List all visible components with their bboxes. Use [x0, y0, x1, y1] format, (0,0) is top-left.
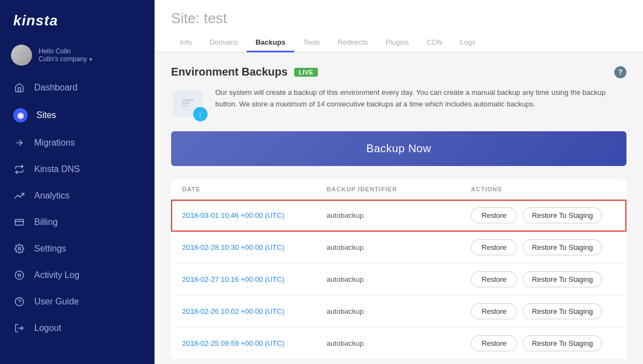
- logo-text: kinsta: [13, 12, 141, 29]
- header-identifier: BACKUP IDENTIFIER: [327, 186, 471, 192]
- svg-point-3: [18, 248, 21, 250]
- backup-icon-container: ↓: [171, 87, 204, 120]
- migrations-icon: [13, 137, 25, 149]
- sidebar-item-label: Analytics: [34, 191, 70, 201]
- backup-date: 2018-02-25 09:59 +00:00 (UTC): [182, 339, 327, 347]
- restore-to-staging-button[interactable]: Restore To Staging: [523, 207, 602, 223]
- sidebar-item-migrations[interactable]: Migrations: [0, 130, 155, 156]
- restore-to-staging-button[interactable]: Restore To Staging: [523, 271, 602, 287]
- sidebar-item-dashboard[interactable]: Dashboard: [0, 74, 155, 101]
- user-section: Hello Colin Colin's company ▾: [0, 39, 155, 74]
- tab-domains[interactable]: Domains: [201, 34, 247, 52]
- user-hello: Hello Colin: [39, 47, 144, 55]
- tab-plugins[interactable]: Plugins: [376, 34, 418, 52]
- backup-date: 2018-03-01 10:46 +00:00 (UTC): [182, 211, 327, 220]
- info-text: Our system will create a backup of this …: [215, 87, 626, 110]
- svg-rect-11: [182, 103, 190, 104]
- svg-point-4: [15, 271, 24, 280]
- billing-icon: [13, 216, 25, 228]
- user-guide-icon: [13, 296, 25, 308]
- sidebar-item-analytics[interactable]: Analytics: [0, 183, 155, 209]
- info-box: ↓ Our system will create a backup of thi…: [171, 87, 626, 120]
- tab-redirects[interactable]: Redirects: [329, 34, 377, 52]
- restore-to-staging-button[interactable]: Restore To Staging: [523, 303, 602, 319]
- main-content: Site: test Info Domains Backups Tools Re…: [155, 0, 643, 364]
- table-row: 2018-02-28 10:30 +00:00 (UTC) autobackup…: [171, 232, 626, 264]
- sidebar-item-label: Billing: [34, 217, 58, 227]
- sidebar-item-label: Settings: [34, 244, 66, 254]
- actions-cell: Restore Restore To Staging: [471, 303, 615, 319]
- restore-button[interactable]: Restore: [471, 303, 517, 319]
- settings-icon: [13, 243, 25, 255]
- tab-info[interactable]: Info: [171, 34, 201, 52]
- sidebar: kinsta Hello Colin Colin's company ▾ Das…: [0, 0, 155, 364]
- restore-button[interactable]: Restore: [471, 207, 517, 223]
- backup-now-button[interactable]: Backup Now: [171, 131, 626, 166]
- table-row: 2018-02-26 10:02 +00:00 (UTC) autobackup…: [171, 296, 626, 328]
- restore-to-staging-button[interactable]: Restore To Staging: [523, 335, 602, 351]
- section-header: Environment Backups LIVE ?: [171, 66, 626, 78]
- user-info: Hello Colin Colin's company ▾: [39, 47, 144, 63]
- actions-cell: Restore Restore To Staging: [471, 239, 615, 255]
- backup-identifier: autobackup: [327, 243, 471, 251]
- actions-cell: Restore Restore To Staging: [471, 271, 615, 287]
- table-header: DATE BACKUP IDENTIFIER ACTIONS: [171, 179, 626, 200]
- home-icon: [13, 82, 25, 94]
- download-arrow-icon: ↓: [193, 107, 208, 121]
- sidebar-item-label: Activity Log: [34, 270, 79, 280]
- actions-cell: Restore Restore To Staging: [471, 335, 615, 351]
- dns-icon: [13, 163, 25, 175]
- main-nav: Dashboard ◉ Sites Migrations Kinsta DNS …: [0, 74, 155, 364]
- page-header: Site: test Info Domains Backups Tools Re…: [155, 0, 643, 52]
- logo: kinsta: [0, 0, 155, 39]
- sidebar-item-label: Migrations: [34, 138, 75, 148]
- chevron-down-icon: ▾: [89, 56, 92, 62]
- tab-tools[interactable]: Tools: [294, 34, 328, 52]
- sidebar-item-activity-log[interactable]: Activity Log: [0, 262, 155, 288]
- sidebar-item-label: Kinsta DNS: [34, 164, 80, 174]
- backups-table: DATE BACKUP IDENTIFIER ACTIONS 2018-03-0…: [171, 179, 626, 359]
- backup-identifier: autobackup: [327, 211, 471, 220]
- tab-logs[interactable]: Logs: [451, 34, 484, 52]
- tab-cdn[interactable]: CDN: [418, 34, 451, 52]
- backup-date: 2018-02-27 10:16 +00:00 (UTC): [182, 275, 327, 283]
- sidebar-item-kinsta-dns[interactable]: Kinsta DNS: [0, 156, 155, 183]
- backup-identifier: autobackup: [327, 275, 471, 283]
- table-row: 2018-02-27 10:16 +00:00 (UTC) autobackup…: [171, 264, 626, 296]
- restore-button[interactable]: Restore: [471, 335, 517, 351]
- user-company[interactable]: Colin's company ▾: [39, 55, 144, 63]
- restore-button[interactable]: Restore: [471, 239, 517, 255]
- svg-rect-10: [182, 100, 194, 101]
- content-area: Environment Backups LIVE ? ↓ Our system …: [155, 52, 643, 364]
- restore-to-staging-button[interactable]: Restore To Staging: [523, 239, 602, 255]
- sidebar-item-logout[interactable]: Logout: [0, 315, 155, 341]
- sites-icon: ◉: [13, 108, 28, 122]
- analytics-icon: [13, 190, 25, 202]
- logout-icon: [13, 322, 25, 334]
- table-row: 2018-03-01 10:46 +00:00 (UTC) autobackup…: [171, 200, 626, 232]
- backup-date: 2018-02-28 10:30 +00:00 (UTC): [182, 243, 327, 251]
- svg-point-5: [18, 274, 21, 277]
- restore-button[interactable]: Restore: [471, 271, 517, 287]
- sidebar-item-label: Sites: [36, 110, 56, 120]
- svg-rect-12: [182, 105, 188, 106]
- backup-icon: ↓: [173, 90, 203, 117]
- tab-backups[interactable]: Backups: [247, 34, 294, 52]
- live-badge: LIVE: [294, 68, 317, 77]
- sub-nav: Info Domains Backups Tools Redirects Plu…: [171, 34, 626, 52]
- sidebar-item-billing[interactable]: Billing: [0, 209, 155, 235]
- sidebar-item-label: Dashboard: [34, 83, 77, 93]
- sidebar-item-user-guide[interactable]: User Guide: [0, 288, 155, 315]
- backup-identifier: autobackup: [327, 307, 471, 315]
- sidebar-item-sites[interactable]: ◉ Sites: [0, 101, 155, 130]
- avatar: [11, 45, 32, 66]
- help-icon[interactable]: ?: [614, 66, 626, 78]
- table-row: 2018-02-25 09:59 +00:00 (UTC) autobackup…: [171, 328, 626, 359]
- header-date: DATE: [182, 186, 327, 192]
- backup-identifier: autobackup: [327, 339, 471, 347]
- header-actions: ACTIONS: [471, 186, 615, 192]
- activity-log-icon: [13, 269, 25, 281]
- svg-rect-1: [15, 220, 24, 226]
- company-name: Colin's company: [39, 55, 87, 63]
- sidebar-item-settings[interactable]: Settings: [0, 235, 155, 262]
